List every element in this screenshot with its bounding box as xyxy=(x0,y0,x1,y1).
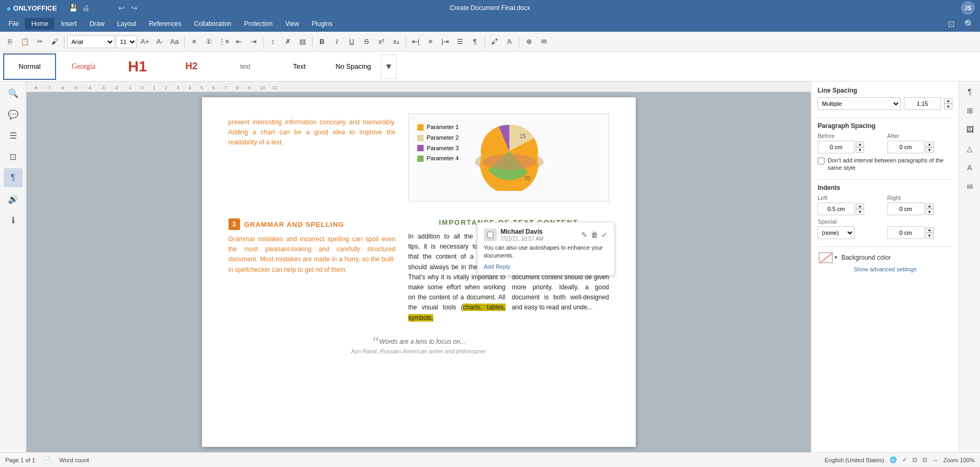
special-value-down-btn[interactable]: ▼ xyxy=(926,233,934,239)
special-value-up-btn[interactable]: ▲ xyxy=(926,227,934,233)
style-georgia[interactable]: Georgia xyxy=(57,53,110,80)
copy-btn[interactable]: ⎘ xyxy=(3,35,17,49)
font-grow-btn[interactable]: A+ xyxy=(138,35,152,49)
insert-field-btn[interactable]: ⊕ xyxy=(522,35,536,49)
word-count-label[interactable]: Word count xyxy=(59,457,89,463)
style-h2[interactable]: H2 xyxy=(165,53,218,80)
rs-icon-paragraph[interactable]: ¶ xyxy=(962,84,978,99)
menu-item-file[interactable]: File xyxy=(2,18,25,30)
align-left-btn[interactable]: ⇤| xyxy=(409,35,423,49)
font-shrink-btn[interactable]: A- xyxy=(153,35,167,49)
paste-btn[interactable]: 📋 xyxy=(18,35,32,49)
italic-btn[interactable]: I xyxy=(330,35,344,49)
style-text-label[interactable]: Text xyxy=(273,53,326,80)
align-right-btn[interactable]: |⇥ xyxy=(438,35,452,49)
indent-left-down-btn[interactable]: ▼ xyxy=(856,209,864,215)
spacing-after-up-btn[interactable]: ▲ xyxy=(926,141,934,147)
font-size-select[interactable]: 8910 11121416 xyxy=(116,35,137,48)
bg-color-button[interactable]: ▼ Background color xyxy=(818,251,952,264)
number-list-btn[interactable]: ① xyxy=(202,35,216,49)
menu-item-view[interactable]: View xyxy=(279,18,306,30)
left-panel-comments[interactable]: 💬 xyxy=(4,105,23,124)
special-value-input[interactable] xyxy=(887,226,924,239)
track-changes-icon[interactable]: ⊡ xyxy=(912,456,917,463)
menu-item-home[interactable]: Home xyxy=(25,18,54,30)
color-dropdown-arrow[interactable]: ▼ xyxy=(834,255,838,260)
rs-icon-image[interactable]: 🖼 xyxy=(962,122,978,138)
doc-scroll[interactable]: present interesting information concisel… xyxy=(26,92,811,452)
view-mode-icon[interactable]: ⊡ xyxy=(922,456,927,463)
language-select[interactable]: English (United States) xyxy=(825,457,884,463)
bullet-list-btn[interactable]: ≡ xyxy=(187,35,201,49)
style-text-small[interactable]: text xyxy=(219,53,272,80)
rs-icon-table[interactable]: ⊞ xyxy=(962,103,978,118)
line-spacing-type-select[interactable]: Multiple Single 1.5 lines Double At leas… xyxy=(818,97,901,110)
clear-format-btn[interactable]: ✗ xyxy=(281,35,295,49)
indent-left-up-btn[interactable]: ▲ xyxy=(856,203,864,209)
left-panel-info[interactable]: ℹ xyxy=(4,210,23,230)
change-case-btn[interactable]: Aa xyxy=(168,35,181,49)
same-style-checkbox[interactable] xyxy=(818,158,825,164)
comment-checkbox[interactable] xyxy=(487,232,493,238)
window-icon[interactable]: ⊡ xyxy=(945,18,958,30)
print-icon[interactable]: 🖨 xyxy=(82,4,89,12)
strikethrough-btn[interactable]: S xyxy=(360,35,373,49)
search-menu-icon[interactable]: 🔍 xyxy=(961,18,978,30)
spacing-after-input[interactable] xyxy=(887,141,924,153)
line-spacing-down-btn[interactable]: ▼ xyxy=(944,104,952,109)
style-normal[interactable]: Normal xyxy=(3,53,56,80)
left-panel-speaker[interactable]: 🔊 xyxy=(4,189,23,208)
spacing-before-up-btn[interactable]: ▲ xyxy=(856,141,864,147)
fit-width-icon[interactable]: ↔ xyxy=(932,457,938,463)
comment-delete-btn[interactable]: 🗑 xyxy=(591,231,598,239)
undo-icon[interactable]: ↩ xyxy=(116,3,127,13)
indent-btn[interactable]: ⇥ xyxy=(246,35,260,49)
redo-icon[interactable]: ↪ xyxy=(129,3,140,13)
cut-btn[interactable]: ✂ xyxy=(33,35,47,49)
menu-item-plugins[interactable]: Plugins xyxy=(305,18,338,30)
spell-check-icon[interactable]: ✓ xyxy=(902,456,907,463)
align-center-btn[interactable]: ≡ xyxy=(424,35,437,49)
comment-reply-btn[interactable]: Add Reply xyxy=(484,263,608,270)
style-nospacing[interactable]: No Spacing xyxy=(327,53,380,80)
indent-right-input[interactable] xyxy=(887,203,924,215)
comment-resolve-btn[interactable]: ✓ xyxy=(601,231,608,239)
menu-item-draw[interactable]: Draw xyxy=(83,18,111,30)
style-h1[interactable]: H1 xyxy=(111,53,164,80)
rs-icon-mail[interactable]: ✉ xyxy=(962,179,978,195)
menu-item-references[interactable]: References xyxy=(142,18,187,30)
font-name-select[interactable]: Arial Georgia Times New Roman xyxy=(67,35,115,48)
mail-merge-btn[interactable]: ✉ xyxy=(537,35,551,49)
justify-btn[interactable]: ☰ xyxy=(453,35,467,49)
styles-dropdown-btn[interactable]: ▼ xyxy=(381,54,397,79)
shading-btn[interactable]: ▤ xyxy=(296,35,309,49)
bold-btn[interactable]: B xyxy=(315,35,329,49)
line-spacing-btn[interactable]: ↕ xyxy=(266,35,280,49)
spacing-before-down-btn[interactable]: ▼ xyxy=(856,147,864,153)
indent-right-down-btn[interactable]: ▼ xyxy=(926,209,934,215)
show-hide-btn[interactable]: ¶ xyxy=(468,35,482,49)
multilevel-list-btn[interactable]: ⋮≡ xyxy=(217,35,231,49)
special-type-select[interactable]: (none) First line Hanging xyxy=(818,226,855,239)
left-panel-nav[interactable]: ☰ xyxy=(4,126,23,145)
comment-edit-btn[interactable]: ✎ xyxy=(581,231,588,239)
spacing-before-input[interactable] xyxy=(818,141,855,153)
menu-item-collaboration[interactable]: Collaboration xyxy=(188,18,238,30)
spacing-after-down-btn[interactable]: ▼ xyxy=(926,147,934,153)
menu-item-insert[interactable]: Insert xyxy=(54,18,83,30)
line-spacing-up-btn[interactable]: ▲ xyxy=(944,98,952,104)
rs-icon-shape[interactable]: △ xyxy=(962,141,978,157)
line-spacing-value-input[interactable] xyxy=(904,97,941,110)
format-paint-btn[interactable]: 🖌 xyxy=(48,35,61,49)
rs-icon-text-art[interactable]: A xyxy=(962,160,978,176)
menu-item-layout[interactable]: Layout xyxy=(111,18,142,30)
save-icon[interactable]: 💾 xyxy=(69,4,78,12)
globe-icon[interactable]: 🌐 xyxy=(890,456,897,463)
show-advanced-settings-link[interactable]: Show advanced settings xyxy=(818,264,952,274)
subscript-btn[interactable]: x₂ xyxy=(389,35,403,49)
outdent-btn[interactable]: ⇤ xyxy=(232,35,245,49)
superscript-btn[interactable]: x² xyxy=(374,35,388,49)
indent-left-input[interactable] xyxy=(818,203,855,215)
font-color-btn[interactable]: A xyxy=(502,35,516,49)
left-panel-search[interactable]: 🔍 xyxy=(4,84,23,103)
